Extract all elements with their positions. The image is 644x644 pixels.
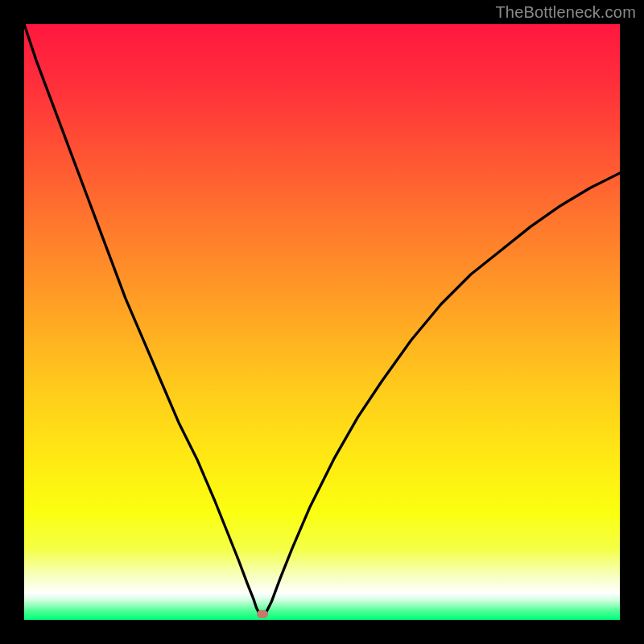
plot-area bbox=[24, 24, 620, 620]
optimum-marker bbox=[257, 610, 268, 618]
chart-frame: TheBottleneck.com bbox=[0, 0, 644, 644]
curve bbox=[24, 24, 620, 620]
watermark-text: TheBottleneck.com bbox=[495, 3, 636, 22]
